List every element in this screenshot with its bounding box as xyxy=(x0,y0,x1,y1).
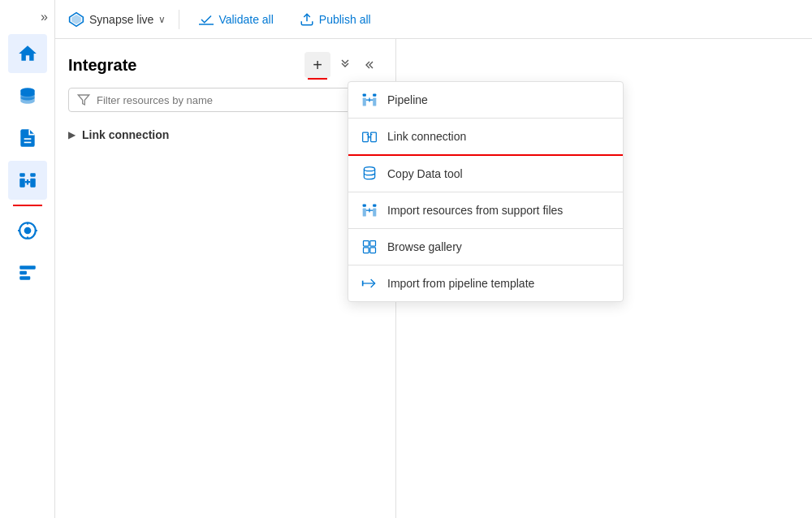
svg-rect-5 xyxy=(30,179,36,188)
dropdown-item-pipeline[interactable]: Pipeline xyxy=(348,82,623,118)
tree-item-link-connection[interactable]: ▶ Link connection xyxy=(55,122,395,148)
dropdown-item-browse-gallery[interactable]: Browse gallery xyxy=(348,229,623,265)
dropdown-item-link-connection[interactable]: Link connection xyxy=(348,119,623,154)
integrate-title: Integrate xyxy=(68,56,298,75)
publish-icon xyxy=(300,12,314,27)
workspace-selector[interactable]: Synapse live ∨ xyxy=(68,11,166,28)
filter-box[interactable] xyxy=(68,88,382,112)
import-pipeline-icon xyxy=(361,275,378,291)
sidebar-item-data[interactable] xyxy=(8,76,47,115)
sidebar-item-integrate[interactable] xyxy=(8,161,47,200)
pipeline-label: Pipeline xyxy=(387,93,428,106)
integrate-actions: + xyxy=(304,52,382,78)
integrate-icon xyxy=(17,170,38,191)
svg-rect-26 xyxy=(373,209,376,217)
content-area: Integrate + xyxy=(55,39,812,518)
integrate-header: Integrate + xyxy=(55,39,395,88)
workspace-name: Synapse live xyxy=(89,13,153,26)
link-connection-label: Link connection xyxy=(387,130,466,143)
svg-rect-10 xyxy=(19,271,27,274)
sidebar-item-manage[interactable] xyxy=(8,253,47,292)
svg-rect-22 xyxy=(371,132,377,142)
sidebar-divider xyxy=(13,205,42,206)
manage-icon xyxy=(17,262,38,283)
svg-marker-16 xyxy=(78,95,89,105)
svg-rect-20 xyxy=(373,94,376,97)
integrate-panel: Integrate + xyxy=(55,39,396,518)
tree-item-label: Link connection xyxy=(82,128,169,141)
publish-label: Publish all xyxy=(319,13,371,26)
browse-gallery-icon xyxy=(361,239,378,255)
double-chevron-left-icon xyxy=(365,58,378,71)
dropdown-menu: Pipeline Link connection xyxy=(348,81,624,302)
sidebar-item-develop[interactable] xyxy=(8,119,47,158)
validate-all-btn[interactable]: Validate all xyxy=(192,9,279,30)
tree-chevron-icon: ▶ xyxy=(68,129,76,140)
svg-rect-31 xyxy=(370,248,376,253)
import-resources-icon xyxy=(361,202,378,218)
svg-rect-21 xyxy=(363,132,369,142)
svg-rect-30 xyxy=(364,248,369,253)
home-icon xyxy=(17,43,38,64)
sidebar-expand-btn[interactable]: » xyxy=(0,6,54,31)
sidebar-item-monitor[interactable] xyxy=(8,211,47,250)
svg-rect-25 xyxy=(363,205,366,207)
svg-rect-24 xyxy=(363,209,366,217)
chevron-down-icon xyxy=(339,58,352,71)
browse-gallery-label: Browse gallery xyxy=(387,240,462,253)
svg-rect-3 xyxy=(19,179,25,188)
svg-rect-29 xyxy=(370,241,376,247)
publish-all-btn[interactable]: Publish all xyxy=(293,9,378,30)
dropdown-item-copy-data[interactable]: Copy Data tool xyxy=(348,156,623,192)
svg-rect-4 xyxy=(19,173,25,176)
import-resources-label: Import resources from support files xyxy=(387,204,563,217)
develop-icon xyxy=(17,127,38,149)
main-area: Synapse live ∨ Validate all Publish all xyxy=(55,0,812,518)
data-icon xyxy=(17,85,38,106)
dropdown-item-import-pipeline[interactable]: Import from pipeline template xyxy=(348,265,623,301)
svg-rect-28 xyxy=(364,241,369,247)
import-pipeline-label: Import from pipeline template xyxy=(387,277,534,290)
svg-rect-18 xyxy=(363,94,366,97)
filter-input[interactable] xyxy=(97,94,374,106)
pipeline-icon xyxy=(361,92,378,108)
svg-rect-6 xyxy=(30,173,36,176)
topbar-divider xyxy=(179,10,179,29)
svg-rect-11 xyxy=(19,276,30,279)
copy-data-icon xyxy=(361,166,378,182)
svg-rect-17 xyxy=(363,98,366,106)
svg-point-23 xyxy=(364,167,374,171)
validate-label: Validate all xyxy=(218,13,273,26)
add-resource-btn[interactable]: + xyxy=(304,52,330,78)
filter-icon-btn[interactable] xyxy=(334,54,356,76)
topbar: Synapse live ∨ Validate all Publish all xyxy=(55,0,812,39)
sidebar: » xyxy=(0,0,55,518)
monitor-icon xyxy=(17,220,38,241)
svg-rect-27 xyxy=(373,205,376,207)
dropdown-item-import-resources[interactable]: Import resources from support files xyxy=(348,192,623,228)
workspace-chevron-icon: ∨ xyxy=(158,14,166,25)
svg-rect-9 xyxy=(19,265,36,269)
filter-icon xyxy=(77,93,90,106)
svg-point-8 xyxy=(24,227,31,235)
svg-marker-13 xyxy=(72,15,80,24)
collapse-icon-btn[interactable] xyxy=(360,54,382,76)
expand-icon: » xyxy=(41,10,48,24)
copy-data-label: Copy Data tool xyxy=(387,167,463,180)
validate-icon xyxy=(199,12,214,27)
sidebar-item-home[interactable] xyxy=(8,34,47,73)
synapse-icon xyxy=(68,11,84,28)
svg-rect-19 xyxy=(373,98,376,106)
link-connection-icon xyxy=(361,128,378,145)
